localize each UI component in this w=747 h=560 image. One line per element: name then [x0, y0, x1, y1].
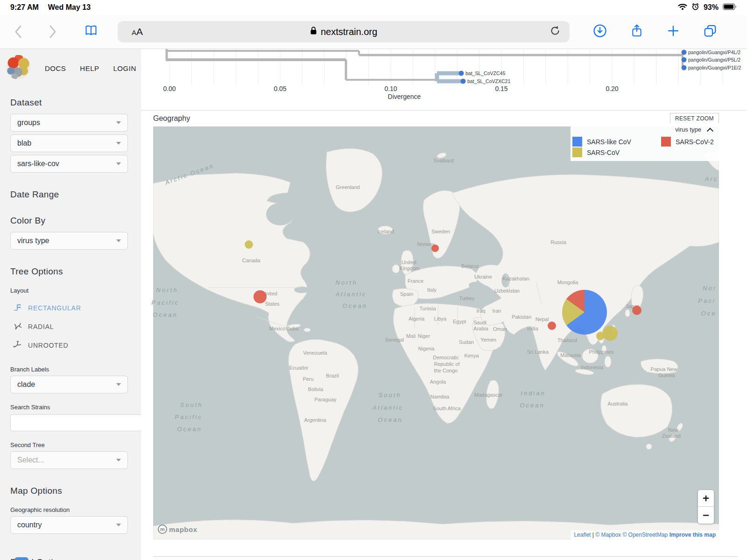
nextstrain-logo[interactable]	[5, 54, 32, 83]
tree-tip-node[interactable]	[459, 71, 464, 76]
world-map[interactable]: Arctic OceanArcNorthPacificOceanNorthAtl…	[153, 126, 719, 539]
geo-resolution-label: Geographic resolution	[10, 506, 141, 513]
legend-item[interactable]: SARS-like CoV	[572, 137, 661, 147]
tree-tip-label: pangolin/Guangxi/P5L/2	[688, 57, 740, 63]
map-attribution: Leaflet | © Mapbox © OpenStreetMap Impro…	[571, 530, 719, 539]
address-bar[interactable]: AA nextstrain.org	[118, 21, 570, 42]
divergence-tick: 0.10	[384, 85, 397, 92]
lock-icon	[310, 26, 317, 37]
tree-tip-node[interactable]	[682, 57, 687, 63]
legend-title: virus type	[675, 126, 701, 133]
map-circle-marker[interactable]	[632, 306, 641, 315]
share-icon[interactable]	[630, 24, 643, 40]
map-circle-marker[interactable]	[548, 322, 556, 330]
tree-tip-node[interactable]	[461, 79, 466, 84]
layout-option-rectangular[interactable]: RECTANGULAR	[12, 303, 141, 313]
mapbox-logo-icon: m	[158, 525, 167, 534]
url-text: nextstrain.org	[321, 27, 377, 37]
browser-toolbar: AA nextstrain.org	[0, 15, 747, 49]
layout-option-unrooted[interactable]: UNROOTED	[12, 341, 141, 350]
map-markers-layer	[153, 126, 719, 539]
legend-label: SARS-CoV-2	[676, 138, 714, 146]
layout-option-radial[interactable]: RADIAL	[12, 322, 141, 331]
map-circle-marker[interactable]	[254, 290, 267, 303]
legend-label: SARS-like CoV	[587, 138, 631, 146]
divergence-tick: 0.15	[495, 85, 507, 92]
dataset-value-2: blab	[17, 139, 31, 147]
toggle-fragment[interactable]	[14, 557, 28, 560]
wifi-icon	[678, 3, 687, 12]
second-tree-label: Second Tree	[10, 441, 141, 448]
geography-title: Geography	[153, 114, 190, 123]
tree-tip-label: bat_SL_CoVZC45	[465, 70, 505, 76]
battery-percent: 93%	[704, 3, 719, 12]
divergence-axis-label: Divergence	[388, 93, 421, 100]
dataset-dropdown-2[interactable]: blab	[10, 134, 128, 152]
mapbox-logo[interactable]: m mapbox	[158, 525, 197, 534]
alarm-icon	[691, 3, 699, 12]
chevron-down-icon	[116, 239, 121, 242]
tabs-icon[interactable]	[703, 24, 717, 40]
chevron-down-icon	[116, 162, 121, 165]
dataset-heading: Dataset	[10, 98, 141, 108]
mapbox-link[interactable]: © Mapbox	[595, 532, 622, 538]
branch-labels-dropdown[interactable]: clade	[10, 376, 128, 393]
leaflet-link[interactable]: Leaflet	[574, 532, 591, 538]
second-tree-placeholder: Select...	[17, 456, 44, 464]
improve-map-link[interactable]: Improve this map	[669, 532, 716, 538]
branch-labels-label: Branch Labels	[10, 366, 141, 373]
reset-zoom-button[interactable]: RESET ZOOM	[670, 113, 719, 124]
legend-swatch	[572, 147, 582, 157]
chevron-down-icon	[116, 121, 121, 124]
ios-status-bar: 9:27 AM Wed May 13 93%	[0, 0, 747, 15]
nav-login[interactable]: LOGIN	[113, 64, 136, 72]
map-circle-marker[interactable]	[431, 245, 439, 252]
second-tree-dropdown[interactable]: Select...	[10, 451, 128, 469]
zoom-out-button[interactable]: −	[698, 507, 714, 524]
bookmarks-icon[interactable]	[84, 24, 98, 39]
geography-panel: Geography RESET ZOOM	[141, 110, 747, 557]
layout-option-label: RECTANGULAR	[28, 304, 81, 312]
geo-resolution-dropdown[interactable]: country	[10, 516, 128, 534]
search-strains-label: Search Strains	[10, 404, 141, 411]
divergence-tick: 0.00	[163, 85, 176, 92]
reload-icon[interactable]	[550, 25, 560, 38]
zoom-in-button[interactable]: +	[698, 490, 714, 507]
downloads-icon[interactable]	[593, 24, 607, 40]
nav-docs[interactable]: DOCS	[45, 64, 66, 72]
attribution-separator: |	[591, 532, 595, 538]
layout-label: Layout	[10, 287, 141, 294]
forward-button[interactable]	[47, 22, 61, 41]
unrooted-tree-icon	[12, 341, 23, 350]
chevron-down-icon	[116, 383, 121, 386]
tree-tip-node[interactable]	[682, 50, 687, 55]
dataset-dropdown-3[interactable]: sars-like-cov	[10, 155, 128, 173]
chevron-up-icon[interactable]	[707, 127, 713, 134]
branch-labels-value: clade	[17, 380, 35, 389]
tree-tip-label: pangolin/Guangxi/P4L/2	[688, 49, 740, 55]
dataset-value-3: sars-like-cov	[17, 160, 59, 168]
tree-tip-node[interactable]	[682, 65, 687, 70]
osm-link[interactable]: © OpenStreetMap	[622, 532, 669, 538]
map-circle-marker[interactable]	[245, 240, 253, 249]
dataset-dropdown-1[interactable]: groups	[10, 114, 128, 132]
layout-option-label: RADIAL	[28, 323, 54, 330]
legend-swatch	[572, 137, 582, 147]
map-legend: virus type SARS-like CoVSARS-CoV-2SARS-C…	[571, 123, 719, 161]
layout-option-label: UNROOTED	[28, 342, 69, 349]
map-circle-marker[interactable]	[603, 326, 618, 341]
clock-time: 9:27 AM	[10, 3, 39, 12]
legend-item[interactable]: SARS-CoV-2	[661, 137, 714, 147]
search-strains-input[interactable]	[10, 414, 142, 431]
divergence-tick: 0.20	[606, 85, 618, 92]
mapbox-logo-text: mapbox	[169, 525, 197, 533]
legend-item[interactable]: SARS-CoV	[572, 147, 661, 157]
color-by-dropdown[interactable]: virus type	[10, 232, 128, 250]
nav-help[interactable]: HELP	[80, 64, 99, 72]
back-button[interactable]	[12, 22, 26, 41]
color-by-heading: Color By	[10, 216, 141, 226]
divergence-tick: 0.05	[274, 85, 286, 92]
new-tab-icon[interactable]	[667, 24, 680, 39]
tree-panel[interactable]: pangolin/Guangxi/P4L/2pangolin/Guangxi/P…	[141, 49, 747, 110]
map-pie-marker[interactable]	[562, 290, 607, 335]
